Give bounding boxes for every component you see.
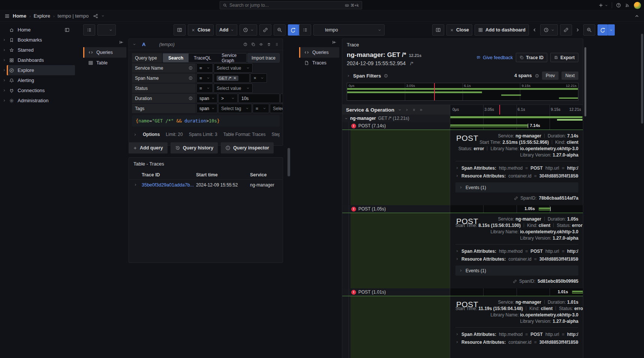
remove-chip-icon[interactable]: ✕ [233, 76, 236, 80]
chevron-right-icon[interactable] [3, 79, 6, 82]
collapse-span-icon[interactable] [344, 117, 348, 120]
split-view-button[interactable] [432, 24, 444, 36]
status-op-select[interactable]: = [196, 84, 213, 93]
query-help-icon[interactable] [243, 42, 247, 46]
query-options-row[interactable]: Options Limit: 20 Spans Limit: 3 Table F… [132, 129, 280, 142]
close-pane-button[interactable]: Close [188, 24, 214, 36]
add-button[interactable]: Add [216, 24, 237, 36]
shift-time-back-button[interactable] [531, 24, 538, 36]
table-row[interactable]: 35be0f3d29a01adda7b... 2024-12-09 15:55:… [129, 179, 283, 190]
double-chevron-down-icon[interactable] [412, 108, 416, 112]
export-button[interactable]: Export [550, 53, 578, 62]
chevron-right-icon[interactable] [3, 58, 6, 62]
chevron-right-icon[interactable] [3, 89, 6, 92]
span-row[interactable]: ! POST (1.01s) 1.01s [342, 288, 583, 296]
tab-traceql[interactable]: TraceQL [189, 54, 216, 62]
add-to-dashboard-button[interactable]: Add to dashboard [475, 24, 529, 36]
add-query-button[interactable]: Add query [129, 142, 168, 154]
next-span-button[interactable]: Next [562, 72, 578, 80]
trace-panel-scrollbar[interactable] [584, 47, 586, 116]
span-bar[interactable] [450, 124, 528, 127]
close-pane-button[interactable]: Close [446, 24, 472, 36]
span-name-op-select[interactable]: = [196, 73, 213, 83]
span-row-root[interactable]: ng-manager GET /* (12.21s) [342, 115, 583, 122]
sidebar-item-alerting[interactable]: Alerting [0, 75, 78, 85]
col-start-time[interactable]: Start time [196, 172, 218, 178]
rail-item-traces[interactable]: Traces [299, 58, 339, 68]
link-icon[interactable] [513, 279, 517, 283]
query-editor-header[interactable]: A (tempo) [129, 39, 283, 50]
trace-id-link[interactable]: 35be0f3d29a01adda7b... [142, 182, 194, 188]
search-bar[interactable]: ⌘+k [220, 1, 362, 9]
chevron-right-icon[interactable] [405, 108, 409, 112]
share-link-button[interactable] [259, 24, 271, 36]
give-feedback-link[interactable]: Give feedback [476, 55, 513, 60]
datasource-picker[interactable]: tempo [313, 24, 385, 36]
col-trace-id[interactable]: Trace ID [142, 172, 160, 178]
duration-value-input[interactable]: 10s [238, 94, 280, 103]
chevron-right-icon[interactable] [3, 99, 6, 102]
tab-search[interactable]: Search [163, 54, 189, 62]
run-query-interval-button[interactable] [608, 24, 615, 36]
query-rows-icon-button[interactable] [299, 24, 311, 36]
left-pane-scrollbar[interactable] [288, 148, 290, 176]
rail-item-queries[interactable]: Queries [83, 47, 126, 58]
share-link-button[interactable] [560, 24, 572, 36]
tags-value-select[interactable]: Select va [270, 104, 283, 113]
tab-service-graph[interactable]: Service Graph [216, 54, 246, 62]
span-name-value-select[interactable]: GET /*✕ [214, 73, 250, 83]
time-picker[interactable] [240, 24, 257, 36]
prev-span-button[interactable]: Prev [542, 72, 559, 80]
chevron-down-icon[interactable] [398, 108, 401, 112]
chevron-right-icon[interactable] [347, 74, 350, 78]
chevron-down-icon[interactable] [101, 14, 105, 18]
time-picker[interactable] [540, 24, 558, 36]
resource-attributes-row[interactable]: Resource Attributes: container.id=304fd8… [455, 172, 578, 180]
news-icon[interactable] [625, 3, 630, 8]
rail-item-queries[interactable]: Queries [299, 47, 339, 58]
span-name-clear-select[interactable]: ✕ [250, 73, 267, 83]
service-name-value-select[interactable]: Select value [214, 63, 253, 73]
zoom-out-button[interactable] [274, 24, 286, 36]
menu-icon[interactable] [4, 13, 10, 19]
query-rows-icon-button[interactable] [83, 24, 95, 36]
span-bar[interactable] [572, 291, 583, 294]
breadcrumb-home[interactable]: Home [13, 13, 26, 19]
sidebar-item-bookmarks[interactable]: Bookmarks [0, 35, 78, 45]
tags-op-select[interactable]: = [253, 104, 269, 113]
double-chevron-right-icon[interactable] [419, 108, 423, 112]
span-row[interactable]: ! POST (1.05s) 1.05s [342, 205, 583, 213]
events-row[interactable]: Events (1) [455, 266, 578, 276]
run-query-button[interactable] [598, 24, 608, 36]
drag-handle-icon[interactable] [275, 42, 279, 46]
new-button[interactable] [598, 3, 608, 8]
sidebar-item-administration[interactable]: Administration [0, 95, 78, 106]
query-history-button[interactable]: Query history [171, 142, 218, 154]
delete-query-icon[interactable] [267, 42, 271, 46]
span-attributes-row[interactable]: Span Attributes: http.method=POST http.u… [455, 247, 578, 255]
trace-minimap[interactable]: 0μs 3.05s 6.1s 9.15s 12.21s [347, 83, 578, 101]
link-icon[interactable] [514, 196, 518, 200]
import-trace-button[interactable]: Import trace [247, 53, 280, 63]
collapse-rail-icon[interactable] [332, 40, 337, 45]
expand-row-icon[interactable] [134, 183, 137, 186]
events-row[interactable]: Events (1) [455, 182, 578, 192]
collapse-up-icon[interactable] [634, 13, 640, 19]
shift-time-forward-button[interactable] [574, 24, 581, 36]
disable-query-icon[interactable] [259, 42, 263, 46]
split-view-button[interactable] [174, 24, 186, 36]
avatar[interactable] [634, 2, 641, 9]
status-value-select[interactable]: Select value [214, 84, 253, 93]
datasource-picker[interactable] [97, 24, 116, 36]
resource-attributes-row[interactable]: Resource Attributes: container.id=304fd8… [455, 338, 578, 346]
tags-scope-select[interactable]: span [196, 104, 217, 113]
search-input[interactable] [229, 3, 343, 8]
chevron-right-icon[interactable] [3, 69, 6, 72]
duration-op-select[interactable]: > [218, 94, 238, 103]
span-name-chip[interactable]: GET /*✕ [217, 76, 238, 81]
breadcrumb-explore[interactable]: Explore [34, 13, 50, 19]
duplicate-query-icon[interactable] [251, 42, 255, 46]
span-row[interactable]: ! POST (7.14s) 7.14s [342, 122, 583, 130]
chevron-right-icon[interactable] [3, 48, 6, 52]
sidebar-item-home[interactable]: Home [0, 25, 78, 35]
